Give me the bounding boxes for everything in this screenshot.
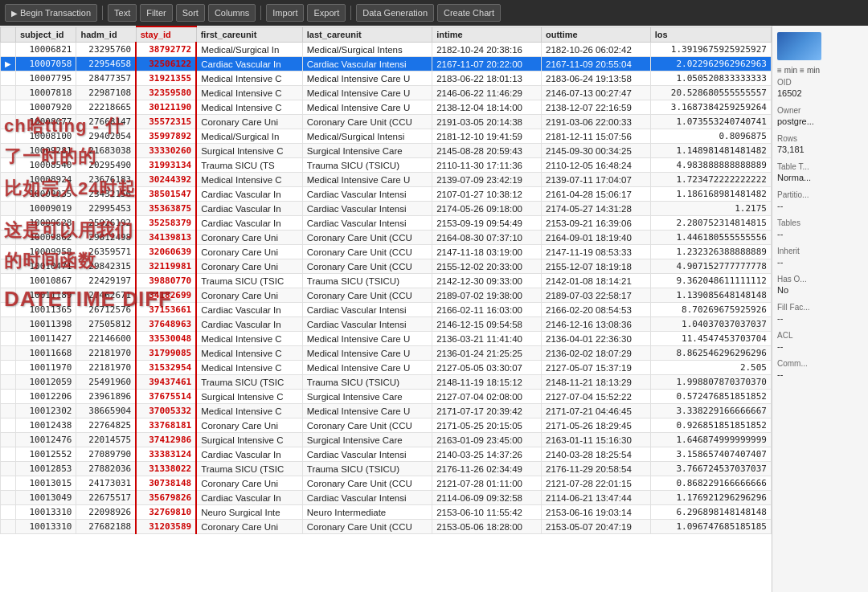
cell-stay_id: 33383124 [136, 447, 196, 462]
row-pointer-cell [1, 288, 16, 303]
table-row[interactable]: 100113652671257637153661Cardiac Vascular… [1, 303, 772, 317]
cell-last_careunit: Trauma SICU (TSICU) [302, 375, 432, 390]
table-row[interactable]: 100078182298710832359580Medical Intensiv… [1, 86, 772, 100]
cell-last_careunit: Cardiac Vascular Intensi [302, 202, 432, 216]
table-row[interactable]: 100125522708979033383124Cardiac Vascular… [1, 447, 772, 462]
cell-hadm_id: 26359571 [76, 245, 136, 259]
cell-outtime: 2189-07-03 22:58:17 [542, 288, 651, 303]
cell-first_careunit: Surgical Intensive C [196, 144, 302, 158]
cell-stay_id: 33530048 [136, 332, 196, 346]
table-row[interactable]: 100124382276482533768181Coronary Care Un… [1, 418, 772, 433]
table-row[interactable]: 100098622981249834139813Coronary Care Un… [1, 231, 772, 245]
col-header-intime[interactable]: intime [432, 27, 542, 43]
table-row[interactable]: 100104712984231532119981Coronary Care Un… [1, 259, 772, 274]
cell-last_careunit: Cardiac Vascular Intensi [302, 187, 432, 202]
table-row[interactable]: 100133102209892632769810Neuro Surgical I… [1, 505, 772, 520]
table-row[interactable]: 100085402029549031993134Trauma SICU (TST… [1, 158, 772, 173]
begin-transaction-button[interactable]: ▶ Begin Transaction [5, 4, 97, 22]
table-row[interactable]: 100113982750581237648963Cardiac Vascular… [1, 317, 772, 332]
cell-first_careunit: Medical/Surgical In [196, 43, 302, 57]
cell-outtime: 2153-05-07 20:47:19 [542, 520, 651, 534]
table-row[interactable]: 100122062396189637675514Surgical Intensi… [1, 390, 772, 404]
export-button[interactable]: Export [307, 4, 346, 22]
table-row[interactable]: 100090192299545335363875Cardiac Vascular… [1, 202, 772, 216]
cell-intime: 2153-06-10 11:55:42 [432, 505, 542, 520]
row-pointer-cell [1, 447, 16, 462]
table-row[interactable]: 100130492267551735679826Cardiac Vascular… [1, 491, 772, 505]
table-row[interactable]: 100089242367618330244392Medical Intensiv… [1, 173, 772, 187]
data-generation-button[interactable]: Data Generation [356, 4, 434, 22]
col-header-subject-id[interactable]: subject_id [16, 27, 76, 43]
columns-button[interactable]: Columns [208, 4, 256, 22]
col-header-stay-id[interactable]: stay_id [136, 27, 196, 43]
table-row[interactable]: 100124762201457537412986Surgical Intensi… [1, 433, 772, 447]
table-row[interactable]: 100080772766814735572315Coronary Care Un… [1, 115, 772, 129]
col-header-outtime[interactable]: outtime [542, 27, 651, 43]
sort-button[interactable]: Sort [176, 4, 205, 22]
fill-factor-label: Fill Fac... [777, 303, 863, 312]
data-table-container[interactable]: subject_id hadm_id stay_id first_careuni… [0, 26, 772, 592]
table-row[interactable]: 100116682218197031799085Medical Intensiv… [1, 346, 772, 361]
owner-section: Owner postgre... [777, 106, 863, 126]
tables-label: Tables [777, 218, 863, 227]
table-row[interactable]: 100099582635957132060639Coronary Care Un… [1, 245, 772, 259]
cell-first_careunit: Neuro Surgical Inte [196, 505, 302, 520]
cell-outtime: 2147-11-19 08:53:33 [542, 245, 651, 259]
table-row[interactable]: 100133102768218831203589Coronary Care Un… [1, 520, 772, 534]
row-pointer-cell [1, 375, 16, 390]
cell-los: 0.926851851851852 [650, 418, 771, 433]
table-row[interactable]: 100120592549196039437461Trauma SICU (TSI… [1, 375, 772, 390]
cell-los: 2.022962962962963 [650, 57, 771, 71]
table-row[interactable]: 100090352343215638501547Cardiac Vascular… [1, 187, 772, 202]
text-button[interactable]: Text [108, 4, 137, 22]
cell-intime: 2171-07-17 20:39:42 [432, 404, 542, 418]
row-pointer-cell [1, 173, 16, 187]
cell-intime: 2153-09-19 09:54:49 [432, 216, 542, 231]
table-row[interactable]: 100123023866590437005332Medical Intensiv… [1, 404, 772, 418]
table-row[interactable]: 100119702218197031532954Medical Intensiv… [1, 361, 772, 375]
owner-label: Owner [777, 106, 863, 115]
table-row[interactable]: ▶100070582295465832506122Cardiac Vascula… [1, 57, 772, 71]
table-row[interactable]: 100077952847735731921355Medical Intensiv… [1, 71, 772, 86]
filter-button[interactable]: Filter [140, 4, 172, 22]
cell-subject_id: 10010867 [16, 274, 76, 288]
cell-los: 1.646874999999999 [650, 433, 771, 447]
cell-outtime: 2155-12-07 18:19:18 [542, 259, 651, 274]
table-row[interactable]: 100079202221866530121190Medical Intensiv… [1, 100, 772, 115]
cell-intime: 2176-11-26 02:34:49 [432, 462, 542, 476]
row-pointer-cell [1, 361, 16, 375]
cell-last_careunit: Coronary Care Unit (CCU [302, 288, 432, 303]
table-row[interactable]: 100130152417303130738148Coronary Care Un… [1, 476, 772, 491]
cell-hadm_id: 27089790 [76, 447, 136, 462]
table-row[interactable]: 100068212329576038792772Medical/Surgical… [1, 43, 772, 57]
table-value: Norma... [777, 173, 863, 182]
table-row[interactable]: 100081002940205435997892Medical/Surgical… [1, 129, 772, 144]
table-row[interactable]: 100128532788203631338022Trauma SICU (TSI… [1, 462, 772, 476]
row-pointer-cell [1, 462, 16, 476]
fill-factor-value: -- [777, 313, 863, 323]
cell-subject_id: 10013015 [16, 476, 76, 491]
col-header-los[interactable]: los [650, 27, 771, 43]
cell-last_careunit: Trauma SICU (TSICU) [302, 462, 432, 476]
col-header-first-careunit[interactable]: first_careunit [196, 27, 302, 43]
table-row[interactable]: 100114272214660033530048Medical Intensiv… [1, 332, 772, 346]
col-header-last-careunit[interactable]: last_careunit [302, 27, 432, 43]
cell-los: 9.362048611111112 [650, 274, 771, 288]
cell-hadm_id: 27505812 [76, 317, 136, 332]
table-row[interactable]: 100108672242919739880770Trauma SICU (TSI… [1, 274, 772, 288]
table-row[interactable]: 100092812168303833330260Surgical Intensi… [1, 144, 772, 158]
rows-label: Rows [777, 134, 863, 143]
cell-intime: 2110-11-30 17:11:36 [432, 158, 542, 173]
cell-subject_id: 10007920 [16, 100, 76, 115]
create-chart-button[interactable]: Create Chart [437, 4, 501, 22]
import-button[interactable]: Import [266, 4, 304, 22]
cell-outtime: 2161-04-28 15:06:17 [542, 187, 651, 202]
cell-first_careunit: Coronary Care Uni [196, 288, 302, 303]
table-row[interactable]: 100111892746267134182699Coronary Care Un… [1, 288, 772, 303]
table-row[interactable]: 100096282592619235258379Cardiac Vascular… [1, 216, 772, 231]
cell-stay_id: 37412986 [136, 433, 196, 447]
partiti-section: Partitio... -- [777, 190, 863, 210]
cell-last_careunit: Coronary Care Unit (CCU [302, 476, 432, 491]
row-pointer-cell [1, 144, 16, 158]
col-header-hadm-id[interactable]: hadm_id [76, 27, 136, 43]
